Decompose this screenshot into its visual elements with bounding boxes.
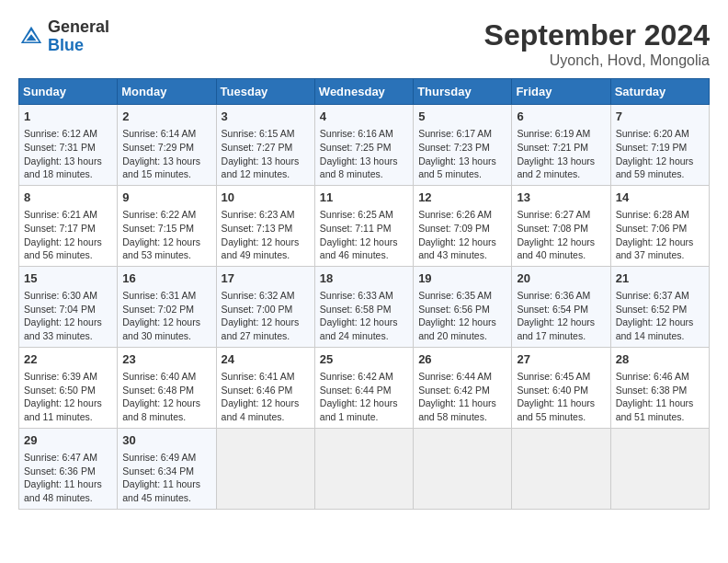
calendar-empty bbox=[512, 428, 610, 509]
calendar-day: 4Sunrise: 6:16 AMSunset: 7:25 PMDaylight… bbox=[314, 105, 413, 186]
calendar-day: 8Sunrise: 6:21 AMSunset: 7:17 PMDaylight… bbox=[19, 185, 118, 266]
logo-icon bbox=[18, 24, 44, 50]
calendar-day: 28Sunrise: 6:46 AMSunset: 6:38 PMDayligh… bbox=[610, 347, 709, 428]
location-subtitle: Uyonch, Hovd, Mongolia bbox=[484, 52, 710, 69]
logo-general-text: General bbox=[48, 17, 109, 36]
calendar-day: 22Sunrise: 6:39 AMSunset: 6:50 PMDayligh… bbox=[19, 347, 118, 428]
calendar-day: 25Sunrise: 6:42 AMSunset: 6:44 PMDayligh… bbox=[314, 347, 413, 428]
calendar-day: 19Sunrise: 6:35 AMSunset: 6:56 PMDayligh… bbox=[414, 266, 512, 347]
calendar-row: 8Sunrise: 6:21 AMSunset: 7:17 PMDaylight… bbox=[19, 185, 710, 266]
calendar-table: Sunday Monday Tuesday Wednesday Thursday… bbox=[18, 78, 710, 510]
col-thursday: Thursday bbox=[414, 79, 512, 105]
calendar-day: 3Sunrise: 6:15 AMSunset: 7:27 PMDaylight… bbox=[216, 105, 314, 186]
calendar-empty bbox=[216, 428, 314, 509]
calendar-day: 7Sunrise: 6:20 AMSunset: 7:19 PMDaylight… bbox=[610, 105, 709, 186]
calendar-day: 1Sunrise: 6:12 AMSunset: 7:31 PMDaylight… bbox=[19, 105, 118, 186]
calendar-empty bbox=[414, 428, 512, 509]
calendar-empty bbox=[314, 428, 413, 509]
calendar-day: 24Sunrise: 6:41 AMSunset: 6:46 PMDayligh… bbox=[216, 347, 314, 428]
logo-blue-text: Blue bbox=[48, 36, 84, 54]
calendar-day: 26Sunrise: 6:44 AMSunset: 6:42 PMDayligh… bbox=[414, 347, 512, 428]
calendar-row: 22Sunrise: 6:39 AMSunset: 6:50 PMDayligh… bbox=[19, 347, 710, 428]
calendar-day: 17Sunrise: 6:32 AMSunset: 7:00 PMDayligh… bbox=[216, 266, 314, 347]
calendar-header-row: Sunday Monday Tuesday Wednesday Thursday… bbox=[19, 79, 710, 105]
page-header: General Blue September 2024 Uyonch, Hovd… bbox=[18, 18, 710, 69]
calendar-day: 12Sunrise: 6:26 AMSunset: 7:09 PMDayligh… bbox=[414, 185, 512, 266]
month-title: September 2024 bbox=[484, 18, 710, 52]
col-saturday: Saturday bbox=[610, 79, 709, 105]
calendar-day: 9Sunrise: 6:22 AMSunset: 7:15 PMDaylight… bbox=[118, 185, 216, 266]
calendar-day: 13Sunrise: 6:27 AMSunset: 7:08 PMDayligh… bbox=[512, 185, 610, 266]
calendar-day: 6Sunrise: 6:19 AMSunset: 7:21 PMDaylight… bbox=[512, 105, 610, 186]
calendar-day: 30Sunrise: 6:49 AMSunset: 6:34 PMDayligh… bbox=[118, 428, 216, 509]
col-friday: Friday bbox=[512, 79, 610, 105]
calendar-day: 11Sunrise: 6:25 AMSunset: 7:11 PMDayligh… bbox=[314, 185, 413, 266]
col-tuesday: Tuesday bbox=[216, 79, 314, 105]
calendar-day: 15Sunrise: 6:30 AMSunset: 7:04 PMDayligh… bbox=[19, 266, 118, 347]
calendar-day: 20Sunrise: 6:36 AMSunset: 6:54 PMDayligh… bbox=[512, 266, 610, 347]
col-wednesday: Wednesday bbox=[314, 79, 413, 105]
calendar-day: 18Sunrise: 6:33 AMSunset: 6:58 PMDayligh… bbox=[314, 266, 413, 347]
calendar-empty bbox=[610, 428, 709, 509]
calendar-day: 5Sunrise: 6:17 AMSunset: 7:23 PMDaylight… bbox=[414, 105, 512, 186]
col-sunday: Sunday bbox=[19, 79, 118, 105]
logo: General Blue bbox=[18, 18, 109, 55]
calendar-day: 2Sunrise: 6:14 AMSunset: 7:29 PMDaylight… bbox=[118, 105, 216, 186]
calendar-day: 23Sunrise: 6:40 AMSunset: 6:48 PMDayligh… bbox=[118, 347, 216, 428]
calendar-day: 21Sunrise: 6:37 AMSunset: 6:52 PMDayligh… bbox=[610, 266, 709, 347]
calendar-row: 29Sunrise: 6:47 AMSunset: 6:36 PMDayligh… bbox=[19, 428, 710, 509]
title-block: September 2024 Uyonch, Hovd, Mongolia bbox=[484, 18, 710, 69]
calendar-day: 27Sunrise: 6:45 AMSunset: 6:40 PMDayligh… bbox=[512, 347, 610, 428]
calendar-row: 15Sunrise: 6:30 AMSunset: 7:04 PMDayligh… bbox=[19, 266, 710, 347]
calendar-row: 1Sunrise: 6:12 AMSunset: 7:31 PMDaylight… bbox=[19, 105, 710, 186]
col-monday: Monday bbox=[118, 79, 216, 105]
calendar-day: 16Sunrise: 6:31 AMSunset: 7:02 PMDayligh… bbox=[118, 266, 216, 347]
calendar-day: 14Sunrise: 6:28 AMSunset: 7:06 PMDayligh… bbox=[610, 185, 709, 266]
calendar-day: 29Sunrise: 6:47 AMSunset: 6:36 PMDayligh… bbox=[19, 428, 118, 509]
calendar-day: 10Sunrise: 6:23 AMSunset: 7:13 PMDayligh… bbox=[216, 185, 314, 266]
